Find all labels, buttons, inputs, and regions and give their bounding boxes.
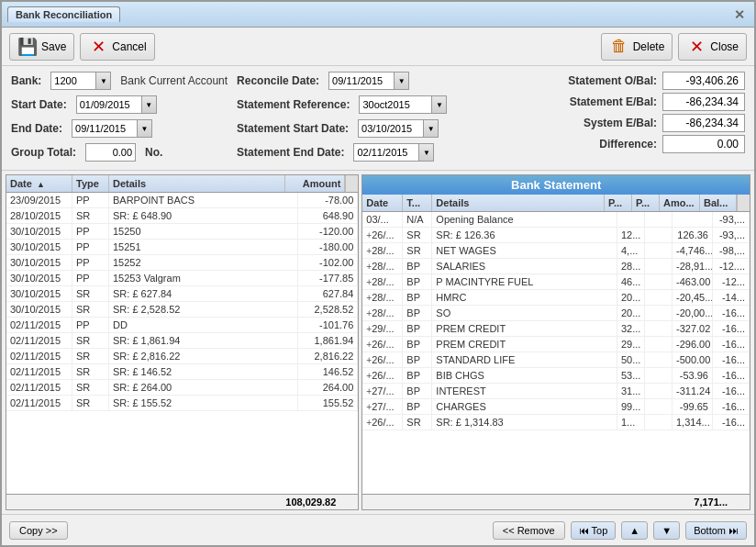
delete-button[interactable]: 🗑 Delete [601, 33, 673, 61]
statement-end-dropdown[interactable]: ▼ [419, 143, 434, 162]
right-col-balance[interactable]: Bal... [700, 195, 737, 211]
statement-ebal-value[interactable] [662, 93, 745, 111]
td-balance: -12... [713, 274, 750, 289]
expand-icon[interactable]: + [366, 262, 372, 272]
table-row[interactable]: 02/11/2015 SR SR: £ 2,816.22 2,816.22 [6, 349, 358, 364]
end-date-dropdown[interactable]: ▼ [138, 119, 152, 138]
table-row[interactable]: +26/... BP STANDARD LIFE 50... -500.00 -… [362, 352, 750, 368]
system-ebal-value[interactable] [662, 114, 745, 132]
reconcile-date-dropdown[interactable]: ▼ [395, 72, 409, 90]
expand-icon[interactable]: + [366, 293, 372, 303]
table-row[interactable]: +28/... BP HMRC 20... -20,45... -14... [362, 290, 750, 306]
top-button[interactable]: ⏮ Top [571, 521, 617, 540]
table-row[interactable]: +27/... BP INTEREST 31... -311.24 -16... [362, 384, 750, 399]
table-row[interactable]: 02/11/2015 PP DD -101.76 [6, 318, 358, 333]
start-date-dropdown[interactable]: ▼ [142, 95, 157, 114]
bank-dropdown-arrow[interactable]: ▼ [96, 72, 111, 90]
difference-value[interactable] [662, 135, 745, 153]
expand-icon[interactable]: + [366, 386, 372, 396]
start-date-select[interactable]: ▼ [76, 95, 157, 114]
statement-ref-dropdown[interactable]: ▼ [432, 95, 447, 114]
bottom-button[interactable]: Bottom ⏭ [685, 521, 747, 540]
statement-end-input[interactable] [353, 143, 419, 162]
table-row[interactable]: +28/... BP SALARIES 28... -28,91... -12.… [362, 259, 750, 274]
expand-icon[interactable]: + [366, 277, 372, 287]
right-col-p2[interactable]: P... [632, 195, 660, 211]
table-row[interactable]: 03/... N/A Opening Balance -93,... [362, 212, 750, 228]
table-row[interactable]: 23/09/2015 PP BARPOINT BACS -78.00 [6, 193, 358, 208]
right-col-details[interactable]: Details [432, 195, 605, 211]
table-row[interactable]: 28/10/2015 SR SR: £ 648.90 648.90 [6, 208, 358, 224]
statement-start-input[interactable] [358, 119, 424, 138]
expand-icon[interactable]: + [366, 308, 372, 318]
right-col-date[interactable]: Date [362, 195, 403, 211]
table-row[interactable]: 30/10/2015 PP 15250 -120.00 [6, 224, 358, 240]
expand-icon[interactable]: + [366, 418, 372, 428]
table-row[interactable]: 02/11/2015 SR SR: £ 264.00 264.00 [6, 380, 358, 396]
expand-icon[interactable]: + [366, 340, 372, 350]
left-col-date[interactable]: Date ▲ [6, 175, 72, 192]
table-row[interactable]: 30/10/2015 SR SR: £ 2,528.52 2,528.52 [6, 302, 358, 318]
table-row[interactable]: +28/... BP SO 20... -20,00... -16... [362, 306, 750, 321]
group-total-input[interactable] [85, 143, 136, 162]
table-row[interactable]: +26/... SR SR: £ 126.36 12... 126.36 -93… [362, 228, 750, 243]
td-details: Opening Balance [432, 212, 617, 227]
right-col-p1[interactable]: P... [605, 195, 632, 211]
statement-start-select[interactable]: ▼ [358, 119, 439, 138]
expand-icon[interactable]: + [366, 402, 372, 412]
save-button[interactable]: 💾 Save [9, 33, 74, 61]
table-row[interactable]: 02/11/2015 SR SR: £ 1,861.94 1,861.94 [6, 333, 358, 349]
td-date: 30/10/2015 [6, 240, 72, 254]
table-row[interactable]: 02/11/2015 SR SR: £ 146.52 146.52 [6, 364, 358, 380]
left-col-details[interactable]: Details [109, 175, 285, 192]
up-button[interactable]: ▲ [621, 521, 648, 540]
statement-obal-value[interactable] [662, 72, 745, 90]
table-row[interactable]: 02/11/2015 SR SR: £ 155.52 155.52 [6, 396, 358, 411]
close-button[interactable]: ✕ Close [678, 33, 747, 61]
table-row[interactable]: +29/... BP PREM CREDIT 32... -327.02 -16… [362, 321, 750, 337]
table-row[interactable]: +27/... BP CHARGES 99... -99.65 -16... [362, 399, 750, 415]
expand-icon[interactable]: + [366, 324, 372, 334]
remove-button[interactable]: << Remove [493, 521, 565, 540]
left-table-body[interactable]: 23/09/2015 PP BARPOINT BACS -78.00 28/10… [6, 193, 358, 494]
left-col-amount[interactable]: Amount [285, 175, 345, 192]
td-amount: 2,528.52 [298, 302, 358, 317]
statement-ref-select[interactable]: ▼ [359, 95, 447, 114]
reconcile-date-input[interactable] [328, 72, 395, 90]
cancel-button[interactable]: ✕ Cancel [80, 33, 154, 61]
end-date-input[interactable] [72, 119, 138, 138]
table-row[interactable]: 30/10/2015 SR SR: £ 627.84 627.84 [6, 286, 358, 302]
table-row[interactable]: +28/... SR NET WAGES 4,... -4,746... -98… [362, 243, 750, 259]
expand-icon[interactable]: + [366, 355, 372, 365]
expand-icon[interactable]: + [366, 246, 372, 256]
main-window: Bank Reconciliation ✕ 💾 Save ✕ Cancel 🗑 … [0, 0, 756, 547]
td-p1: 31... [617, 384, 645, 398]
statement-ref-input[interactable] [359, 95, 432, 114]
copy-button[interactable]: Copy >> [9, 521, 68, 540]
table-row[interactable]: 30/10/2015 PP 15253 Valgram -177.85 [6, 271, 358, 286]
statement-start-dropdown[interactable]: ▼ [424, 119, 439, 138]
table-row[interactable]: +28/... BP P MACINTYRE FUEL 46... -463.0… [362, 274, 750, 290]
table-row[interactable]: +26/... SR SR: £ 1,314.83 1... 1,314... … [362, 415, 750, 430]
table-row[interactable]: 30/10/2015 PP 15252 -102.00 [6, 255, 358, 271]
top-icon: ⏮ [579, 525, 589, 536]
expand-icon[interactable]: + [366, 371, 372, 381]
start-date-input[interactable] [76, 95, 142, 114]
reconcile-date-select[interactable]: ▼ [328, 72, 409, 90]
right-col-amount[interactable]: Amo... [660, 195, 700, 211]
title-close-btn[interactable]: ✕ [730, 7, 749, 22]
right-table-body[interactable]: 03/... N/A Opening Balance -93,... +26/.… [362, 212, 750, 494]
table-row[interactable]: +26/... BP BIB CHGS 53... -53.96 -16... [362, 368, 750, 384]
table-row[interactable]: +26/... BP PREM CREDIT 29... -296.00 -16… [362, 337, 750, 352]
left-col-type[interactable]: Type [72, 175, 109, 192]
statement-end-select[interactable]: ▼ [353, 143, 434, 162]
bank-select[interactable]: ▼ [50, 72, 111, 90]
right-col-type[interactable]: T... [403, 195, 432, 211]
td-details: INTEREST [432, 384, 617, 398]
bank-input[interactable] [50, 72, 96, 90]
no-label: No. [145, 146, 162, 159]
expand-icon[interactable]: + [366, 230, 372, 240]
end-date-select[interactable]: ▼ [72, 119, 152, 138]
down-button[interactable]: ▼ [653, 521, 680, 540]
table-row[interactable]: 30/10/2015 PP 15251 -180.00 [6, 240, 358, 255]
